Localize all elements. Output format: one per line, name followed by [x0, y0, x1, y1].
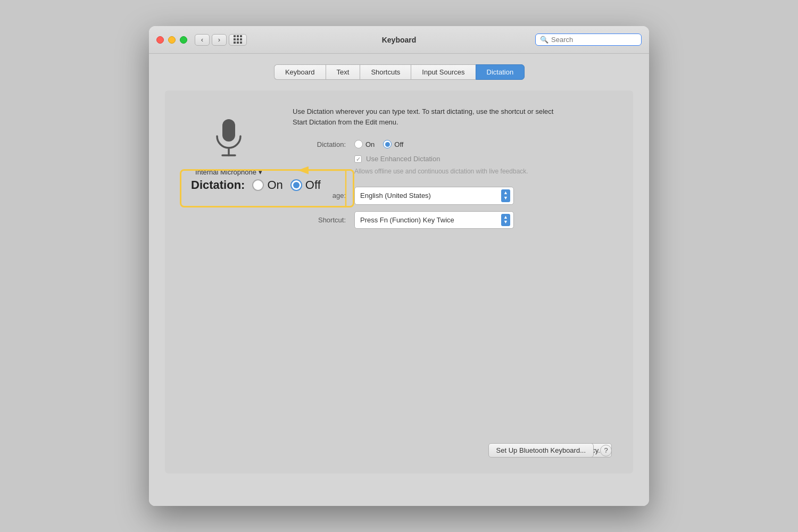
shortcut-dropdown-arrows: ▲ ▼: [501, 214, 510, 227]
microphone-icon: [207, 117, 250, 160]
bottom-row: Set Up Bluetooth Keyboard... ?: [186, 443, 612, 458]
window-title: Keyboard: [382, 36, 417, 44]
dictation-radio-group: On Off: [354, 140, 403, 148]
language-row: age: English (United States) ▲ ▼: [293, 187, 612, 205]
forward-button[interactable]: ›: [212, 34, 227, 46]
maximize-button[interactable]: [180, 36, 187, 44]
dictation-on-label: On: [365, 140, 375, 148]
arrow-down-icon: ▼: [503, 196, 508, 201]
microphone-dropdown-arrow: ▾: [259, 168, 262, 176]
tab-input-sources[interactable]: Input Sources: [411, 64, 475, 80]
grid-view-button[interactable]: [229, 34, 247, 46]
shortcut-row: Shortcut: Press Fn (Function) Key Twice …: [293, 211, 612, 229]
microphone-dropdown[interactable]: Internal Microphone ▾: [195, 168, 262, 176]
language-dropdown-arrows: ▲ ▼: [501, 189, 510, 202]
tab-bar: Keyboard Text Shortcuts Input Sources Di…: [165, 64, 633, 80]
traffic-lights: [156, 36, 187, 44]
dictation-row-label: Dictation:: [293, 140, 346, 148]
dictation-settings: Use Dictation wherever you can type text…: [293, 106, 612, 235]
shortcut-value: Press Fn (Function) Key Twice: [360, 216, 454, 224]
close-button[interactable]: [156, 36, 164, 44]
enhanced-dictation-checkbox[interactable]: ✓: [354, 155, 362, 163]
tab-shortcuts[interactable]: Shortcuts: [360, 64, 411, 80]
dictation-onoff-row: Dictation: On Off: [293, 140, 612, 148]
language-dropdown[interactable]: English (United States) ▲ ▼: [354, 187, 514, 205]
search-icon: 🔍: [540, 36, 548, 44]
enhanced-dictation-label: Use Enhanced Dictation: [366, 155, 440, 163]
main-window: ‹ › Keyboard 🔍 Keyboard Text Shortcuts I…: [149, 26, 649, 506]
help-button[interactable]: ?: [600, 445, 612, 456]
setup-bluetooth-button[interactable]: Set Up Bluetooth Keyboard...: [488, 443, 594, 458]
tab-text[interactable]: Text: [326, 64, 360, 80]
enhanced-checkbox-area: ✓ Use Enhanced Dictation: [354, 155, 440, 163]
microphone-name: Internal Microphone: [195, 168, 256, 176]
microphone-section: Internal Microphone ▾: [186, 106, 271, 176]
dictation-on-radio[interactable]: [354, 140, 363, 148]
language-label: age:: [293, 192, 346, 200]
minimize-button[interactable]: [168, 36, 176, 44]
search-input[interactable]: [551, 36, 637, 44]
shortcut-arrow-down-icon: ▼: [503, 220, 508, 225]
nav-buttons: ‹ ›: [195, 34, 227, 46]
language-value: English (United States): [360, 192, 431, 200]
shortcut-label: Shortcut:: [293, 216, 346, 224]
shortcut-dropdown[interactable]: Press Fn (Function) Key Twice ▲ ▼: [354, 211, 514, 229]
titlebar: ‹ › Keyboard 🔍: [149, 26, 649, 54]
enhanced-dictation-row: ✓ Use Enhanced Dictation: [354, 155, 612, 163]
back-button[interactable]: ‹: [195, 34, 210, 46]
content-area: Keyboard Text Shortcuts Input Sources Di…: [149, 54, 649, 506]
tab-keyboard[interactable]: Keyboard: [274, 64, 326, 80]
tab-dictation[interactable]: Dictation: [476, 64, 525, 80]
panel-inner: Internal Microphone ▾ Use Dictation wher…: [186, 106, 612, 235]
settings-panel: Internal Microphone ▾ Use Dictation wher…: [165, 90, 633, 473]
dictation-off-option[interactable]: Off: [383, 140, 403, 148]
grid-icon: [234, 35, 243, 44]
dictation-on-option[interactable]: On: [354, 140, 375, 148]
dictation-description: Use Dictation wherever you can type text…: [293, 106, 569, 127]
dictation-off-label: Off: [394, 140, 403, 148]
enhanced-dictation-description: Allows offline use and continuous dictat…: [354, 167, 556, 176]
dictation-off-radio[interactable]: [383, 140, 392, 148]
svg-rect-0: [222, 119, 235, 142]
search-box[interactable]: 🔍: [535, 34, 642, 46]
